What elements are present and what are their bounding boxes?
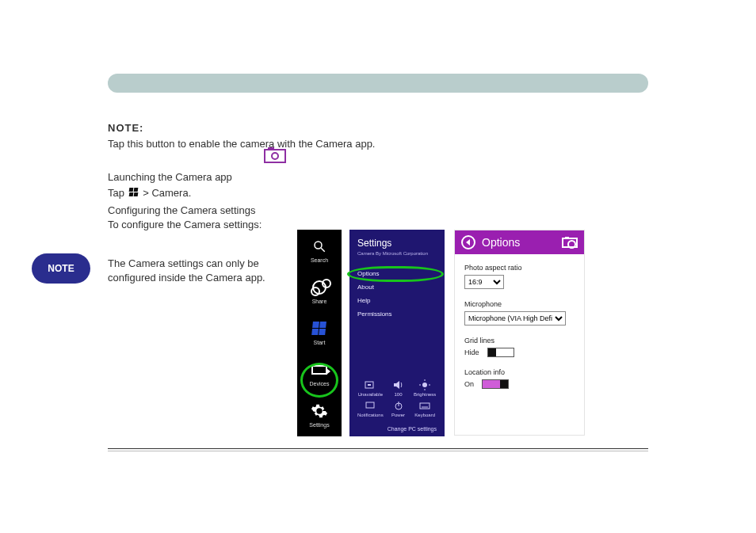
notifications-icon — [364, 400, 376, 411]
field-aspect: Photo aspect ratio 16:9 — [464, 264, 575, 289]
note-desc: Tap this button to enable the camera wit… — [108, 138, 375, 150]
tile-brightness[interactable]: Brightness — [413, 379, 437, 397]
tile-power-label: Power — [391, 413, 405, 417]
change-pc-settings[interactable]: Change PC settings — [388, 426, 437, 432]
charm-search-label: Search — [311, 257, 328, 263]
charm-share[interactable]: Share — [297, 271, 342, 312]
svg-rect-10 — [366, 402, 374, 408]
volume-icon — [392, 379, 405, 390]
windows-logo-icon — [129, 188, 139, 197]
header-bar — [108, 74, 648, 93]
field-microphone: Microphone Microphone (VIA High Definit — [464, 300, 575, 326]
configuring-intro: To configure the Camera settings: — [108, 219, 262, 230]
settings-title: Settings — [357, 238, 437, 249]
tile-brightness-label: Brightness — [414, 392, 436, 397]
svg-rect-13 — [420, 403, 430, 409]
tile-notifications-label: Notifications — [357, 413, 384, 417]
note-label: NOTE: — [108, 122, 143, 134]
grid-toggle[interactable] — [487, 348, 514, 357]
heading-launching: Launching the Camera app — [108, 171, 583, 183]
tile-volume-label: 100 — [395, 392, 403, 397]
share-icon — [311, 279, 328, 296]
mic-label: Microphone — [464, 300, 575, 308]
loc-state: On — [464, 380, 474, 388]
tile-keyboard-label: Keyboard — [414, 413, 435, 417]
tile-network[interactable]: Unavailable — [357, 379, 384, 397]
settings-item-about[interactable]: About — [357, 280, 437, 294]
grid-state: Hide — [464, 348, 479, 356]
txt-a: Tap — [108, 187, 128, 199]
svg-line-1 — [321, 248, 325, 252]
charm-settings[interactable]: Settings — [297, 394, 342, 436]
note-text: The Camera settings can only be configur… — [108, 257, 282, 284]
grid-label: Grid lines — [464, 337, 575, 345]
quick-settings-tiles: Unavailable 100 Brightness Notifications… — [357, 379, 437, 417]
options-title: Options — [482, 236, 556, 249]
options-header: Options — [455, 230, 584, 254]
aspect-label: Photo aspect ratio — [464, 264, 575, 272]
settings-item-permissions[interactable]: Permissions — [357, 307, 437, 321]
charm-share-label: Share — [312, 299, 327, 304]
charms-bar: Search Share Start Devices Settings — [297, 230, 342, 436]
svg-marker-4 — [394, 381, 399, 389]
charm-settings-label: Settings — [309, 422, 329, 428]
settings-item-help[interactable]: Help — [357, 294, 437, 307]
loc-toggle[interactable] — [482, 379, 509, 389]
settings-subtitle: Camera By Microsoft Corporation — [357, 251, 437, 256]
svg-point-0 — [315, 242, 322, 249]
gear-icon — [311, 402, 328, 420]
tile-notifications[interactable]: Notifications — [357, 400, 384, 417]
aspect-select[interactable]: 16:9 — [464, 275, 504, 289]
back-button[interactable] — [461, 235, 475, 249]
note-pill: NOTE — [32, 253, 90, 284]
power-icon — [392, 400, 405, 411]
start-icon — [311, 320, 328, 337]
loc-label: Location info — [464, 368, 575, 376]
settings-flyout: Settings Camera By Microsoft Corporation… — [349, 230, 445, 436]
mic-select[interactable]: Microphone (VIA High Definit — [464, 311, 566, 326]
search-icon — [311, 238, 328, 255]
charm-devices-label: Devices — [310, 381, 330, 386]
devices-icon — [311, 361, 328, 379]
options-panel: Options Photo aspect ratio 16:9 Micropho… — [454, 230, 585, 436]
footer-rule — [108, 448, 648, 451]
keyboard-icon — [418, 400, 431, 411]
charm-devices[interactable]: Devices — [297, 353, 342, 394]
camera-app-icon — [264, 149, 286, 163]
tile-volume[interactable]: 100 — [387, 379, 410, 397]
field-gridlines: Grid lines Hide — [464, 337, 575, 357]
tile-keyboard[interactable]: Keyboard — [413, 400, 437, 417]
camera-icon — [562, 238, 578, 248]
charm-search[interactable]: Search — [297, 230, 342, 271]
tile-power[interactable]: Power — [387, 400, 410, 417]
field-location: Location info On — [464, 368, 575, 389]
charm-start[interactable]: Start — [297, 312, 342, 353]
network-icon — [364, 379, 376, 390]
launch-instruction: Tap > Camera. — [108, 187, 662, 199]
charm-start-label: Start — [314, 340, 326, 345]
heading-configuring: Configuring the Camera settings — [108, 204, 255, 216]
brightness-icon — [418, 379, 431, 390]
svg-point-5 — [422, 383, 427, 387]
tile-network-label: Unavailable — [358, 392, 383, 397]
svg-rect-3 — [368, 384, 371, 386]
settings-item-options[interactable]: Options — [357, 267, 437, 280]
txt-b: > Camera. — [143, 187, 191, 199]
